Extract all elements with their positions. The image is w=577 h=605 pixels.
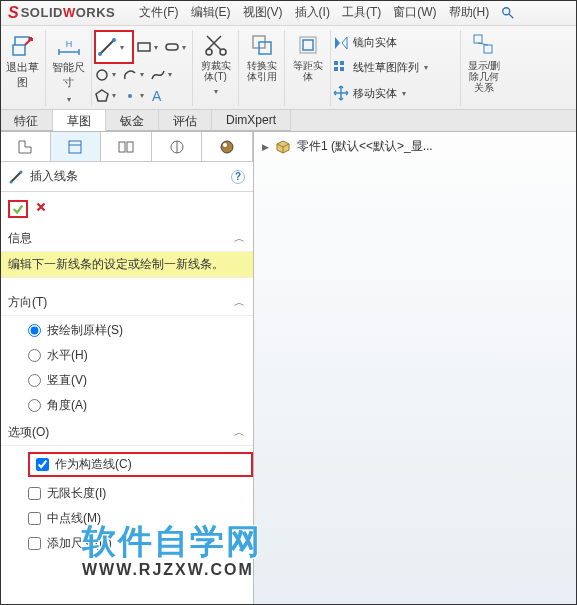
svg-point-38	[20, 170, 23, 173]
circle-tool[interactable]	[94, 65, 120, 85]
svg-rect-9	[166, 44, 178, 50]
svg-rect-22	[334, 67, 338, 71]
check-midpoint[interactable]: 中点线(M)	[28, 510, 253, 527]
section-direction[interactable]: 方向(T) ︿	[0, 290, 253, 316]
section-direction-title: 方向(T)	[8, 294, 47, 311]
exit-sketch-label: 退出草图	[2, 60, 43, 90]
radio-angle[interactable]: 角度(A)	[28, 397, 253, 414]
ptab-render-mgr[interactable]	[202, 132, 253, 161]
ptab-dimxpert-mgr[interactable]	[152, 132, 203, 161]
svg-point-14	[206, 49, 212, 55]
menu-file[interactable]: 文件(F)	[139, 4, 178, 21]
logo-s-icon: S	[8, 4, 19, 22]
menu-insert[interactable]: 插入(I)	[295, 4, 330, 21]
main-area: 插入线条 ? 信息 ︿ 编辑下一新线条的设定或绘制一新线条。 方向(T) ︿ 按…	[0, 132, 577, 605]
display-rel-label: 显示/删除几何关系	[468, 60, 501, 93]
svg-rect-23	[340, 67, 344, 71]
title-bar: S SOLIDWORKS 文件(F) 编辑(E) 视图(V) 插入(I) 工具(…	[0, 0, 577, 26]
construction-highlight: 作为构造线(C)	[28, 452, 253, 477]
section-options[interactable]: 选项(O) ︿	[0, 420, 253, 446]
ptab-property-mgr[interactable]	[51, 132, 102, 161]
options-group: 作为构造线(C) 无限长度(I) 中点线(M) 添加尺寸(D)	[0, 446, 253, 558]
svg-line-36	[11, 172, 21, 182]
menu-edit[interactable]: 编辑(E)	[191, 4, 231, 21]
tab-features[interactable]: 特征	[0, 110, 53, 131]
line-tool-button[interactable]	[94, 30, 134, 64]
ptab-feature-mgr[interactable]	[0, 132, 51, 161]
exit-sketch-button[interactable]: 退出草图	[0, 30, 46, 106]
convert-button[interactable]: 转换实体引用	[239, 30, 285, 106]
display-rel-button[interactable]: 显示/删除几何关系	[461, 30, 507, 106]
svg-point-37	[10, 180, 13, 183]
breadcrumb-text[interactable]: 零件1 (默认<<默认>_显...	[297, 138, 433, 155]
arc-tool[interactable]	[122, 65, 148, 85]
graphics-area[interactable]: ▶ 零件1 (默认<<默认>_显...	[254, 132, 577, 605]
svg-rect-21	[340, 61, 344, 65]
svg-point-0	[503, 7, 510, 14]
app-brand: SOLIDWORKS	[21, 5, 116, 20]
section-info[interactable]: 信息 ︿	[0, 226, 253, 252]
point-tool[interactable]	[122, 86, 148, 106]
app-logo: S SOLIDWORKS	[8, 4, 115, 22]
svg-line-26	[478, 43, 488, 45]
ptab-config-mgr[interactable]	[101, 132, 152, 161]
ok-button[interactable]	[11, 202, 25, 216]
tab-evaluate[interactable]: 评估	[159, 110, 212, 131]
offset-button[interactable]: 等距实体	[285, 30, 331, 106]
radio-vertical[interactable]: 竖直(V)	[28, 372, 253, 389]
chevron-up-icon: ︿	[234, 295, 245, 310]
check-infinite[interactable]: 无限长度(I)	[28, 485, 253, 502]
rect-tool[interactable]	[136, 37, 162, 57]
breadcrumb-arrow-icon[interactable]: ▶	[262, 142, 269, 152]
property-header: 插入线条 ?	[0, 162, 253, 192]
tab-sketch[interactable]: 草图	[53, 110, 106, 131]
mirror-button[interactable]: 镜向实体	[333, 33, 397, 53]
menu-window[interactable]: 窗口(W)	[393, 4, 436, 21]
section-info-title: 信息	[8, 230, 32, 247]
menu-bar: 文件(F) 编辑(E) 视图(V) 插入(I) 工具(T) 窗口(W) 帮助(H…	[139, 4, 489, 21]
trim-label: 剪裁实体(T)	[201, 60, 231, 82]
panel-tabs	[0, 132, 253, 162]
menu-view[interactable]: 视图(V)	[243, 4, 283, 21]
ok-highlight	[8, 200, 28, 218]
tab-dimxpert[interactable]: DimXpert	[212, 110, 291, 131]
dropdown-icon[interactable]	[213, 84, 218, 96]
search-icon[interactable]	[501, 6, 515, 20]
text-tool[interactable]: A	[150, 86, 176, 106]
svg-line-1	[509, 13, 513, 17]
svg-rect-20	[334, 61, 338, 65]
svg-rect-8	[138, 43, 150, 51]
direction-options: 按绘制原样(S) 水平(H) 竖直(V) 角度(A)	[0, 316, 253, 420]
svg-text:A: A	[152, 88, 162, 104]
menu-help[interactable]: 帮助(H)	[449, 4, 490, 21]
move-label: 移动实体	[353, 86, 397, 101]
radio-as-sketched[interactable]: 按绘制原样(S)	[28, 322, 253, 339]
radio-horizontal[interactable]: 水平(H)	[28, 347, 253, 364]
polygon-tool[interactable]	[94, 86, 120, 106]
svg-rect-19	[303, 40, 313, 50]
property-title: 插入线条	[30, 168, 225, 185]
move-button[interactable]: 移动实体	[333, 83, 406, 103]
spline-tool[interactable]	[150, 65, 176, 85]
svg-point-7	[112, 38, 116, 42]
cancel-button[interactable]	[34, 200, 48, 214]
menu-tools[interactable]: 工具(T)	[342, 4, 381, 21]
help-icon[interactable]: ?	[231, 170, 245, 184]
check-add-dim[interactable]: 添加尺寸(D)	[28, 535, 253, 552]
dropdown-icon[interactable]	[66, 92, 71, 104]
check-construction[interactable]: 作为构造线(C)	[36, 456, 132, 473]
svg-point-6	[98, 52, 102, 56]
part-icon	[275, 139, 291, 155]
svg-point-12	[128, 94, 132, 98]
trim-button[interactable]: 剪裁实体(T)	[193, 30, 239, 106]
svg-point-10	[97, 70, 107, 80]
smart-dim-button[interactable]: H 智能尺寸	[46, 30, 92, 106]
svg-rect-29	[119, 142, 125, 152]
ribbon: 退出草图 H 智能尺寸 A 剪裁实体(T) 转换实体	[0, 26, 577, 110]
lpattern-button[interactable]: 线性草图阵列	[333, 58, 428, 78]
svg-rect-24	[474, 35, 482, 43]
confirm-row	[0, 192, 253, 226]
tab-sheetmetal[interactable]: 钣金	[106, 110, 159, 131]
breadcrumb: ▶ 零件1 (默认<<默认>_显...	[254, 132, 577, 161]
slot-tool[interactable]	[164, 37, 190, 57]
